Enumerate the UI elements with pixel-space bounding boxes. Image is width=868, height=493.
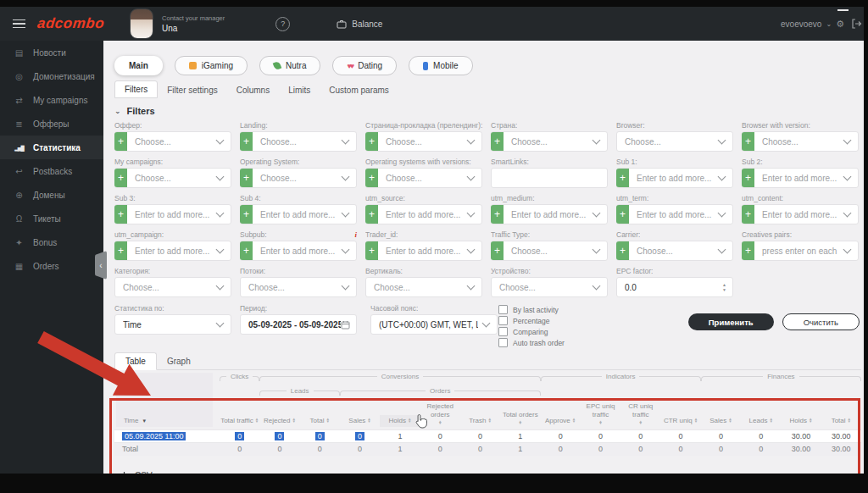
sidebar-item-статистика[interactable]: ▂▅█Статистика [0,136,103,159]
utm_term-field[interactable]: +Enter to add more... [616,204,733,224]
column-header-trash[interactable]: Trash▲▼ [460,415,500,427]
sub-2-field[interactable]: +Enter to add more... [742,168,859,188]
sort-icon[interactable]: ▲▼ [572,418,576,423]
timezone-select[interactable]: (UTC+00:00) GMT, WET, London, Du... [370,314,498,335]
sidebar-item-домены[interactable]: ⊕Домены [0,183,103,207]
column-header-rejected[interactable]: Rejected▲▼ [259,415,299,427]
apply-button[interactable]: Применить [688,313,774,330]
страна-field[interactable]: +Choose... [491,131,608,152]
checkbox-box[interactable] [498,338,508,347]
sub-3-field[interactable]: +Enter to add more... [114,204,231,224]
tab-custom-params[interactable]: Custom params [320,82,398,98]
column-header-approve[interactable]: Approve▲▼ [541,415,581,427]
column-header-time[interactable]: Time▾ [116,401,213,427]
vertical-tab-main[interactable]: Main [114,56,163,75]
vertical-tab-nutra[interactable]: Nutra [259,56,320,75]
landing-field[interactable]: +Choose... [240,131,357,152]
checkbox-box[interactable] [498,305,508,314]
balance-button[interactable]: Balance [337,19,382,29]
vertical-tab-dating[interactable]: Dating [332,56,397,75]
checkbox-box[interactable] [498,327,508,336]
потоки-field[interactable]: Choose... [240,277,357,297]
subpub-field[interactable]: +Enter to add more... [240,241,357,261]
browser-with-version-field[interactable]: +Choose... [742,131,859,152]
column-header-total-traffic[interactable]: Total traffic▲▼ [220,415,259,427]
checkbox-auto-trash-order[interactable]: Auto trash order [498,338,565,347]
sort-icon[interactable]: ▲▼ [694,418,698,423]
add-value-button[interactable]: + [240,132,253,151]
checkbox-comparing[interactable]: Comparing [498,327,565,336]
column-header-epc-uniq-traffic[interactable]: EPC uniq traffic▲▼ [581,401,620,427]
my-campaigns-field[interactable]: +Choose... [114,168,231,188]
sort-icon[interactable]: ▲▼ [598,421,602,425]
checkbox-box[interactable] [498,316,508,325]
sidebar-item-домонетизация[interactable]: ◎Домонетизация [0,64,103,88]
clear-button[interactable]: Очистить [782,313,860,330]
sort-icon[interactable]: ▲▼ [848,418,851,423]
smartlinks-field[interactable] [491,168,608,188]
manager-block[interactable]: Contact your manager Una [130,8,225,39]
column-header-ctr-uniq[interactable]: CTR uniq▲▼ [660,415,700,427]
checkbox-percentage[interactable]: Percentage [498,316,565,325]
creatives-pairs-field[interactable]: +press enter on each pair [742,241,859,261]
column-header-total[interactable]: Total▲▼ [821,415,861,427]
sort-icon[interactable]: ▲▼ [255,418,259,423]
add-value-button[interactable]: + [742,132,754,151]
sort-icon[interactable]: ▲▼ [487,418,491,423]
оффер-field[interactable]: +Choose... [114,131,231,152]
epc-factor-field[interactable]: 0.0▲▼ [616,277,733,297]
add-value-button[interactable]: + [365,169,378,187]
add-value-button[interactable]: + [365,132,378,151]
tab-limits[interactable]: Limits [279,82,320,98]
utm_campaign-field[interactable]: +Enter to add more... [114,241,231,261]
csv-download-button[interactable]: CSV [120,471,153,474]
add-value-button[interactable]: + [491,132,504,151]
info-icon[interactable]: i [354,230,357,239]
sort-icon[interactable]: ▲▼ [367,418,370,423]
sidebar-item-офферы[interactable]: ≣Офферы [0,112,103,136]
add-value-button[interactable]: + [365,241,378,260]
tab-filter-settings[interactable]: Filter settings [158,82,226,98]
menu-toggle-icon[interactable] [13,17,25,31]
sort-icon[interactable]: ▲▼ [769,418,772,423]
column-header-cr-uniq-traffic[interactable]: CR uniq traffic▲▼ [620,401,660,427]
checkbox-by-last-activity[interactable]: By last activity [498,305,565,314]
logout-icon[interactable] [851,19,862,29]
sort-icon[interactable]: ▲▼ [639,421,643,425]
add-value-button[interactable]: + [742,169,754,187]
sort-icon[interactable]: ▲▼ [728,418,732,423]
view-tab-table[interactable]: Table [114,352,157,370]
utm_medium-field[interactable]: +Enter to add more... [491,204,608,224]
operating-system-field[interactable]: +Choose... [240,168,357,188]
traffic-type-field[interactable]: +Choose... [491,241,608,261]
вертикаль-field[interactable]: Choose... [365,277,482,297]
stats-by-select[interactable]: Time [114,314,231,335]
sub-4-field[interactable]: +Enter to add more... [240,204,357,224]
категория-field[interactable]: Choose... [114,277,231,297]
add-value-button[interactable]: + [114,205,127,224]
user-menu[interactable]: evoevoevo ⌄ ⚙ [781,19,844,30]
sort-icon[interactable]: ▲▼ [292,418,296,423]
страница-прокладка-прелендинг-field[interactable]: +Choose... [365,131,482,152]
column-header-sales[interactable]: Sales▲▼ [340,415,380,427]
utm_content-field[interactable]: +Enter to add more... [742,204,859,224]
add-value-button[interactable]: + [616,169,629,187]
add-value-button[interactable]: + [240,241,253,260]
sub-1-field[interactable]: +Enter to add more... [616,168,733,188]
add-value-button[interactable]: + [114,132,127,151]
add-value-button[interactable]: + [491,241,504,260]
tab-columns[interactable]: Columns [227,82,279,98]
sidebar-item-orders[interactable]: ▦Orders [0,254,103,278]
calendar-icon[interactable] [341,320,350,330]
sort-icon[interactable]: ▲▼ [438,421,442,425]
sort-icon[interactable]: ▲▼ [326,418,330,423]
column-header-holds[interactable]: Holds▲▼ [781,415,821,427]
number-stepper[interactable]: ▲▼ [716,283,732,292]
column-header-rejected-orders[interactable]: Rejected orders▲▼ [420,401,460,427]
add-value-button[interactable]: + [742,241,754,260]
add-value-button[interactable]: + [616,241,629,260]
minimize-icon[interactable] [837,9,849,11]
add-value-button[interactable]: + [742,205,754,224]
add-value-button[interactable]: + [114,169,127,187]
add-value-button[interactable]: + [240,205,253,224]
